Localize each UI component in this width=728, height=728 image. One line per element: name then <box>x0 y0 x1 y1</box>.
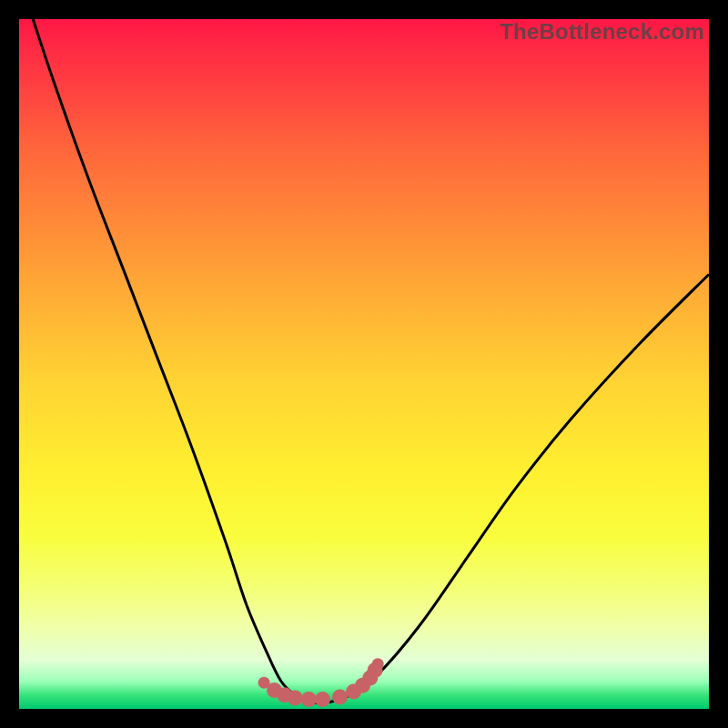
bottleneck-curve-line <box>33 19 709 703</box>
bottom-marker <box>372 658 384 670</box>
bottom-marker <box>332 690 348 705</box>
bottom-marker <box>288 690 303 705</box>
bottom-marker <box>315 692 330 707</box>
bottom-marker <box>301 692 317 707</box>
bottom-marker-group <box>258 658 384 707</box>
bottleneck-chart <box>19 19 709 709</box>
